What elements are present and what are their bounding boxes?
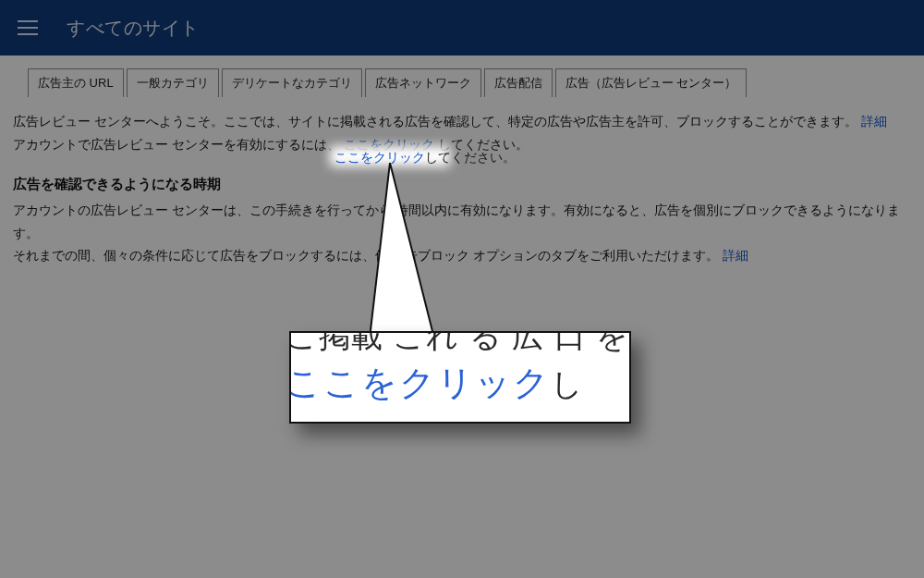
details-link-2[interactable]: 詳細 — [723, 248, 748, 263]
hamburger-menu-icon[interactable] — [15, 15, 41, 41]
tab-sensitive-categories[interactable]: デリケートなカテゴリ — [222, 68, 362, 97]
tab-general-categories[interactable]: 一般カテゴリ — [127, 68, 219, 97]
intro-line2-a: アカウントで広告レビュー センターを有効にするには、 — [13, 137, 340, 152]
intro-line-2: アカウントで広告レビュー センターを有効にするには、 ここをクリック してくださ… — [13, 133, 909, 156]
content-area: 広告主の URL 一般カテゴリ デリケートなカテゴリ 広告ネットワーク 広告配信… — [0, 55, 924, 578]
tab-ad-review-center[interactable]: 広告（広告レビュー センター） — [555, 68, 748, 97]
body-text: 広告レビュー センターへようこそ。ここでは、サイトに掲載される広告を確認して、特… — [9, 97, 915, 267]
click-here-link[interactable]: ここをクリック — [344, 137, 434, 152]
details-link-1[interactable]: 詳細 — [861, 114, 887, 129]
tab-ad-networks[interactable]: 広告ネットワーク — [365, 68, 481, 97]
topbar: すべてのサイト — [0, 0, 924, 55]
section-body-a: アカウントの広告レビュー センターは、この手続きを行ってから 時間以内に有効にな… — [13, 199, 909, 244]
tab-ad-serving[interactable]: 広告配信 — [484, 68, 553, 97]
section-body-b: それまでの間、個々の条件に応じて広告をブロックするには、他の 告ブロック オプシ… — [13, 244, 909, 267]
section-body-b-text: それまでの間、個々の条件に応じて広告をブロックするには、他の 告ブロック オプシ… — [13, 248, 719, 263]
tab-advertiser-url[interactable]: 広告主の URL — [28, 68, 124, 97]
intro-line-1: 広告レビュー センターへようこそ。ここでは、サイトに掲載される広告を確認して、特… — [13, 110, 909, 133]
section-heading: 広告を確認できるようになる時期 — [13, 176, 909, 193]
intro-line1-text: 広告レビュー センターへようこそ。ここでは、サイトに掲載される広告を確認して、特… — [13, 114, 857, 129]
tab-bar: 広告主の URL 一般カテゴリ デリケートなカテゴリ 広告ネットワーク 広告配信… — [28, 68, 915, 97]
intro-line2-b: してください。 — [438, 137, 529, 152]
page-title: すべてのサイト — [67, 16, 200, 41]
